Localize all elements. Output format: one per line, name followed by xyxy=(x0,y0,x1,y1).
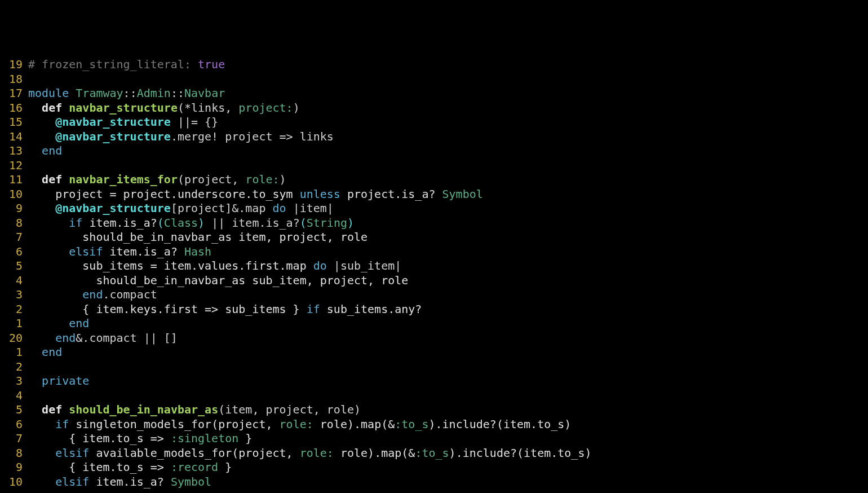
code-line[interactable]: 6 elsif item.is_a? Hash xyxy=(0,245,868,259)
code-line[interactable]: 18 xyxy=(0,72,868,87)
line-code: should_be_in_navbar_as sub_item, project… xyxy=(23,274,408,288)
code-line[interactable]: 2 { item.keys.first => sub_items } if su… xyxy=(0,302,868,317)
code-editor[interactable]: 19# frozen_string_literal: true1817modul… xyxy=(0,58,868,493)
line-number: 10 xyxy=(0,475,23,490)
code-line[interactable]: 1 end xyxy=(0,316,868,331)
line-number: 11 xyxy=(0,173,23,187)
line-number: 3 xyxy=(0,288,23,302)
line-code: elsif item.is_a? Symbol xyxy=(23,475,211,490)
line-code: @navbar_structure.merge! project => link… xyxy=(23,130,334,144)
line-code: sub_items = item.values.first.map do |su… xyxy=(23,259,401,274)
code-line[interactable]: 8 if item.is_a?(Class) || item.is_a?(Str… xyxy=(0,216,868,231)
line-code: end&.compact || [] xyxy=(23,331,178,346)
code-line[interactable]: 5 sub_items = item.values.first.map do |… xyxy=(0,259,868,274)
line-number: 4 xyxy=(0,389,23,403)
code-line[interactable]: 9 @navbar_structure[project]&.map do |it… xyxy=(0,201,868,216)
code-line[interactable]: 19# frozen_string_literal: true xyxy=(0,58,868,72)
code-line[interactable]: 1 end xyxy=(0,345,868,360)
line-number: 9 xyxy=(0,460,23,475)
line-code: # frozen_string_literal: true xyxy=(23,58,225,72)
line-number: 3 xyxy=(0,374,23,389)
code-line[interactable]: 17module Tramway::Admin::Navbar xyxy=(0,86,868,101)
line-code: project = project.underscore.to_sym unle… xyxy=(23,187,483,202)
code-line[interactable]: 3 private xyxy=(0,374,868,389)
line-code: @navbar_structure[project]&.map do |item… xyxy=(23,201,334,216)
code-line[interactable]: 5 def should_be_in_navbar_as(item, proje… xyxy=(0,403,868,417)
line-number: 12 xyxy=(0,159,23,173)
line-code: @navbar_structure ||= {} xyxy=(23,115,218,130)
line-code: { item.to_s => :record } xyxy=(23,460,232,475)
code-line[interactable]: 9 { item.to_s => :record } xyxy=(0,460,868,475)
code-line[interactable]: 20 end&.compact || [] xyxy=(0,331,868,346)
line-number: 5 xyxy=(0,403,23,417)
code-line[interactable]: 4 xyxy=(0,389,868,403)
code-line[interactable]: 2 xyxy=(0,360,868,375)
line-number: 1 xyxy=(0,316,23,331)
code-line[interactable]: 12 xyxy=(0,159,868,173)
line-code: private xyxy=(23,374,89,389)
line-number: 2 xyxy=(0,360,23,375)
line-number: 6 xyxy=(0,245,23,259)
line-number: 16 xyxy=(0,101,23,116)
code-line[interactable]: 13 end xyxy=(0,144,868,159)
line-number: 15 xyxy=(0,115,23,130)
line-number: 7 xyxy=(0,432,23,446)
line-number: 20 xyxy=(0,331,23,346)
line-code: end xyxy=(23,316,89,331)
line-code: should_be_in_navbar_as item, project, ro… xyxy=(23,230,367,245)
code-line[interactable]: 4 should_be_in_navbar_as sub_item, proje… xyxy=(0,274,868,288)
code-line[interactable]: 7 { item.to_s => :singleton } xyxy=(0,432,868,446)
line-code: def should_be_in_navbar_as(item, project… xyxy=(23,403,361,417)
line-code xyxy=(23,360,28,375)
code-line[interactable]: 3 end.compact xyxy=(0,288,868,302)
code-line[interactable]: 10 project = project.underscore.to_sym u… xyxy=(0,187,868,202)
line-code: end xyxy=(23,144,62,159)
line-number: 1 xyxy=(0,345,23,360)
code-line[interactable]: 11 def navbar_items_for(project, role:) xyxy=(0,173,868,187)
line-number: 13 xyxy=(0,144,23,159)
line-code: { item.to_s => :singleton } xyxy=(23,432,252,446)
line-number: 2 xyxy=(0,302,23,317)
line-number: 8 xyxy=(0,446,23,461)
line-code xyxy=(23,72,28,87)
line-code xyxy=(23,389,28,403)
line-number: 17 xyxy=(0,86,23,101)
code-line[interactable]: 14 @navbar_structure.merge! project => l… xyxy=(0,130,868,144)
line-code: if singleton_models_for(project, role: r… xyxy=(23,417,571,432)
line-number: 10 xyxy=(0,187,23,202)
line-number: 19 xyxy=(0,58,23,72)
line-number: 5 xyxy=(0,259,23,274)
line-code: module Tramway::Admin::Navbar xyxy=(23,86,225,101)
line-code: def navbar_items_for(project, role:) xyxy=(23,173,286,187)
line-code: end xyxy=(23,345,62,360)
line-code xyxy=(23,159,28,173)
line-number: 6 xyxy=(0,417,23,432)
line-number: 14 xyxy=(0,130,23,144)
line-number: 7 xyxy=(0,230,23,245)
code-line[interactable]: 6 if singleton_models_for(project, role:… xyxy=(0,417,868,432)
line-code: def navbar_structure(*links, project:) xyxy=(23,101,300,116)
line-number: 4 xyxy=(0,274,23,288)
code-line[interactable]: 16 def navbar_structure(*links, project:… xyxy=(0,101,868,116)
line-code: elsif available_models_for(project, role… xyxy=(23,446,591,461)
line-code: { item.keys.first => sub_items } if sub_… xyxy=(23,302,422,317)
line-code: elsif item.is_a? Hash xyxy=(23,245,211,259)
line-code: end.compact xyxy=(23,288,157,302)
line-number: 18 xyxy=(0,72,23,87)
code-line[interactable]: 8 elsif available_models_for(project, ro… xyxy=(0,446,868,461)
code-line[interactable]: 10 elsif item.is_a? Symbol xyxy=(0,475,868,490)
line-number: 8 xyxy=(0,216,23,231)
line-number: 9 xyxy=(0,201,23,216)
code-line[interactable]: 7 should_be_in_navbar_as item, project, … xyxy=(0,230,868,245)
code-line[interactable]: 15 @navbar_structure ||= {} xyxy=(0,115,868,130)
line-code: if item.is_a?(Class) || item.is_a?(Strin… xyxy=(23,216,354,231)
